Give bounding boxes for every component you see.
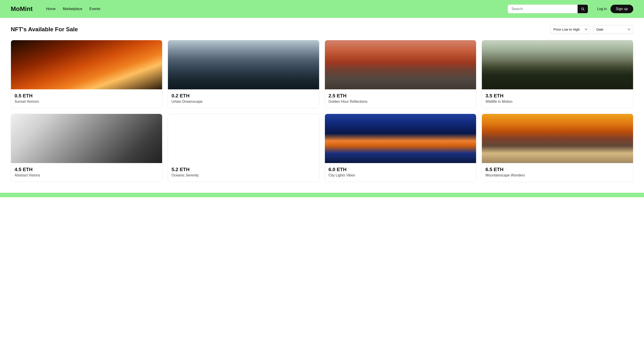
nav-events[interactable]: Events [90,7,100,11]
nav-marketplace[interactable]: Marketplace [63,7,82,11]
nft-name: Urban Dreamscape [172,100,316,104]
nft-card[interactable]: 6.5 ETH Mountainscape Wonders [482,114,633,182]
nft-card[interactable]: 0.2 ETH Urban Dreamscape [168,40,319,108]
search-bar [508,4,588,13]
nft-name: City Lights Vibes [328,173,472,177]
nft-name: Mountainscape Wonders [486,173,630,177]
nft-image [168,114,319,163]
nft-image [11,114,162,163]
nft-card[interactable]: 2.5 ETH Golden Hour Reflections [325,40,476,108]
nft-card-body: 4.5 ETH Abstract Visions [11,163,162,182]
nft-card-body: 5.2 ETH Oceanic Serenity [168,163,319,182]
nft-name: Oceanic Serenity [172,173,316,177]
search-icon [581,7,585,11]
nft-card-body: 6.5 ETH Mountainscape Wonders [482,163,633,182]
nft-price: 4.5 ETH [14,167,158,173]
signup-button[interactable]: Sign up [610,5,633,13]
nft-name: Sunset Horizon [14,100,158,104]
nft-name: Wildlife in Motion [486,100,630,104]
nft-card-body: 6.0 ETH City Lights Vibes [325,163,476,182]
nft-card[interactable]: 4.5 ETH Abstract Visions [11,114,162,182]
nft-card-body: 3.5 ETH Wildlife in Motion [482,89,633,108]
nft-card-body: 0.5 ETH Sunset Horizon [11,89,162,108]
nft-price: 3.5 ETH [486,93,630,99]
nft-image [11,40,162,89]
date-filter[interactable]: Date Today This Week This Month [593,25,633,34]
nft-name: Golden Hour Reflections [328,100,472,104]
footer-bar [0,193,644,197]
page-header: NFT's Available For Sale Price Low to Hi… [11,25,633,34]
nft-card[interactable]: 6.0 ETH City Lights Vibes [325,114,476,182]
nft-price: 6.0 ETH [328,167,472,173]
filters: Price Low to High Price High to Low Newe… [550,25,633,34]
nft-card[interactable]: 0.5 ETH Sunset Horizon [11,40,162,108]
nft-image [482,114,633,163]
nft-card-body: 0.2 ETH Urban Dreamscape [168,89,319,108]
page-title: NFT's Available For Sale [11,26,78,33]
nft-image [325,114,476,163]
nft-price: 0.5 ETH [14,93,158,99]
sort-filter[interactable]: Price Low to High Price High to Low Newe… [550,25,590,34]
nft-name: Abstract Visions [14,173,158,177]
nft-card[interactable]: 3.5 ETH Wildlife in Motion [482,40,633,108]
search-button[interactable] [578,5,588,13]
login-button[interactable]: Log in [597,7,607,11]
brand-logo: MoMint [11,5,33,12]
nft-price: 0.2 ETH [172,93,316,99]
main-nav: Home Marketplace Events [46,7,499,11]
search-input[interactable] [508,5,578,13]
auth-buttons: Log in Sign up [597,5,633,13]
nft-price: 5.2 ETH [172,167,316,173]
nft-image [482,40,633,89]
nft-price: 6.5 ETH [486,167,630,173]
nft-grid: 0.5 ETH Sunset Horizon 0.2 ETH Urban Dre… [11,40,633,182]
nft-image [168,40,319,89]
nft-image [325,40,476,89]
nft-card[interactable]: 5.2 ETH Oceanic Serenity [168,114,319,182]
nft-card-body: 2.5 ETH Golden Hour Reflections [325,89,476,108]
nav-home[interactable]: Home [46,7,56,11]
nft-price: 2.5 ETH [328,93,472,99]
